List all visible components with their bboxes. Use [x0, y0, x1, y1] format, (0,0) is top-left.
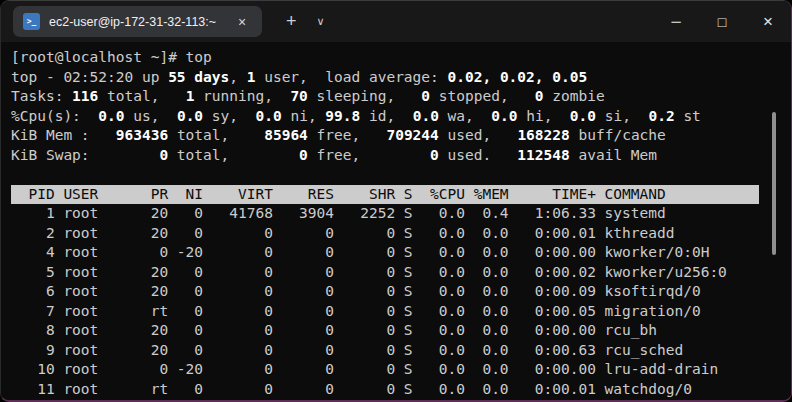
- terminal-line: KiB Mem : 963436 total, 85964 free, 7092…: [11, 126, 791, 146]
- tab-dropdown-button[interactable]: ∨: [307, 1, 335, 42]
- terminal-content[interactable]: [root@localhost ~]# top top - 02:52:20 u…: [1, 42, 791, 402]
- summary-lines: top - 02:52:20 up 55 days, 1 user, load …: [11, 68, 791, 166]
- powershell-icon: >_: [23, 13, 40, 30]
- process-row: 7 root rt 0 0 0 0 S 0.0 0.0 0:00.05 migr…: [11, 302, 791, 322]
- process-row: 8 root 20 0 0 0 0 S 0.0 0.0 0:00.00 rcu_…: [11, 321, 791, 341]
- terminal-line: KiB Swap: 0 total, 0 free, 0 used. 11254…: [11, 146, 791, 166]
- tab-title: ec2-user@ip-172-31-32-113:~: [49, 15, 216, 29]
- process-row: 1 root 20 0 41768 3904 2252 S 0.0 0.4 1:…: [11, 204, 791, 224]
- terminal-window: >_ ec2-user@ip-172-31-32-113:~ × + ∨ ─ □…: [0, 0, 792, 402]
- process-row: 11 root rt 0 0 0 0 S 0.0 0.0 0:00.01 wat…: [11, 380, 791, 400]
- prompt-line: [root@localhost ~]# top: [11, 48, 791, 68]
- blank-line: [11, 165, 791, 185]
- window-controls: ─ □ ×: [653, 1, 791, 42]
- process-row: 10 root 0 -20 0 0 0 S 0.0 0.0 0:00.00 lr…: [11, 360, 791, 380]
- scrollbar[interactable]: [772, 112, 776, 255]
- terminal-line: Tasks: 116 total, 1 running, 70 sleeping…: [11, 87, 791, 107]
- minimize-button[interactable]: ─: [653, 1, 699, 42]
- process-table-body: 1 root 20 0 41768 3904 2252 S 0.0 0.4 1:…: [11, 204, 791, 399]
- process-row: 2 root 20 0 0 0 0 S 0.0 0.0 0:00.01 kthr…: [11, 224, 791, 244]
- titlebar: >_ ec2-user@ip-172-31-32-113:~ × + ∨ ─ □…: [1, 1, 791, 42]
- close-button[interactable]: ×: [745, 1, 791, 42]
- process-table-header: PID USER PR NI VIRT RES SHR S %CPU %MEM …: [11, 185, 759, 205]
- terminal-tab[interactable]: >_ ec2-user@ip-172-31-32-113:~ ×: [13, 6, 262, 37]
- tab-close-button[interactable]: ×: [232, 12, 252, 32]
- process-row: 6 root 20 0 0 0 0 S 0.0 0.0 0:00.09 ksof…: [11, 282, 791, 302]
- new-tab-button[interactable]: +: [276, 1, 307, 42]
- terminal-line: top - 02:52:20 up 55 days, 1 user, load …: [11, 68, 791, 88]
- process-row: 4 root 0 -20 0 0 0 S 0.0 0.0 0:00.00 kwo…: [11, 243, 791, 263]
- process-row: 9 root 20 0 0 0 0 S 0.0 0.0 0:00.63 rcu_…: [11, 341, 791, 361]
- process-row: 5 root 20 0 0 0 0 S 0.0 0.0 0:00.02 kwor…: [11, 263, 791, 283]
- terminal-line: %Cpu(s): 0.0 us, 0.0 sy, 0.0 ni, 99.8 id…: [11, 107, 791, 127]
- maximize-button[interactable]: □: [699, 1, 745, 42]
